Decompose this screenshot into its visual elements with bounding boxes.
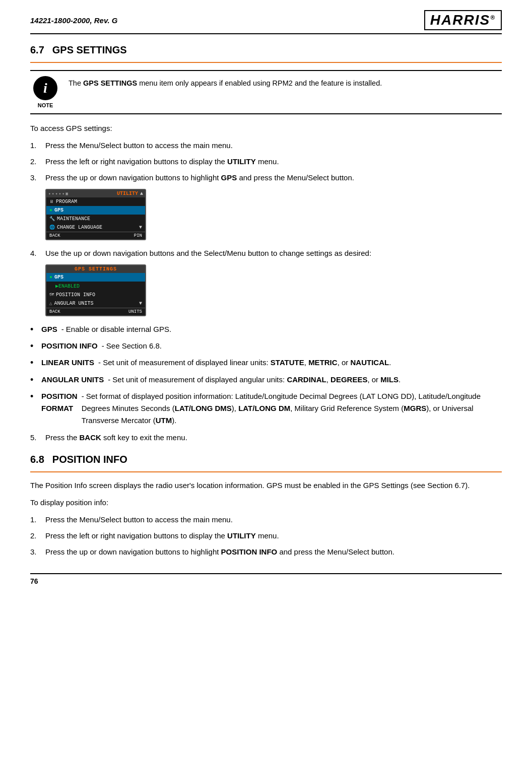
step-3-text: Press the up or down navigation buttons …	[45, 172, 354, 184]
screen2-units-label: UNITS	[128, 309, 142, 314]
step-2: 2. Press the left or right navigation bu…	[30, 156, 502, 168]
screen2-top-bar: GPS SETTINGS	[46, 265, 145, 273]
section-67-intro: To access GPS settings:	[30, 122, 502, 134]
screen-pin-label: PIN	[134, 233, 142, 238]
bullet-linear-units-label: LINEAR UNITS	[41, 357, 94, 369]
screen2-angular-units-row: △ ANGULAR UNITS ▼	[46, 299, 145, 308]
section-67-step4: 4. Use the up or down navigation buttons…	[30, 247, 502, 259]
bullet-angular-units: ANGULAR UNITS - Set unit of measurement …	[30, 374, 502, 386]
page-header: 14221-1800-2000, Rev. G HARRIS®	[30, 10, 502, 34]
step-3: 3. Press the up or down navigation butto…	[30, 172, 502, 184]
page-footer: 76	[30, 573, 502, 585]
bullet-position-info-text: - See Section 6.8.	[102, 340, 162, 352]
screen2-back-label: BACK	[49, 309, 60, 314]
bullet-position-info-label: POSITION INFO	[41, 340, 98, 352]
note-text-bold: GPS SETTINGS	[83, 79, 137, 87]
section-68-number: 6.8	[30, 454, 44, 465]
section-68-heading: 6.8 POSITION INFO	[30, 454, 502, 465]
screen-gps-row-selected: ● GPS	[46, 206, 145, 215]
section-68-intro1: The Position Info screen displays the ra…	[30, 479, 502, 492]
section68-step-3-text: Press the up or down navigation buttons …	[45, 546, 394, 558]
settings-bullet-list: GPS - Enable or disable internal GPS. PO…	[30, 323, 502, 427]
info-icon: i	[33, 76, 57, 100]
bullet-position-format: POSITION FORMAT - Set format of displaye…	[30, 390, 502, 427]
note-text-prefix: The	[69, 79, 83, 87]
section-68-title: POSITION INFO	[52, 454, 127, 465]
step-4: 4. Use the up or down navigation buttons…	[30, 247, 502, 259]
note-text-suffix: menu item only appears if enabled using …	[137, 79, 382, 87]
step-5: 5. Press the BACK soft key to exit the m…	[30, 432, 502, 444]
section-divider	[30, 62, 502, 63]
bullet-angular-units-label: ANGULAR UNITS	[41, 374, 104, 386]
bullet-gps-label: GPS	[41, 323, 57, 335]
section-67-number: 6.7	[30, 44, 44, 56]
screen-back-label: BACK	[49, 233, 60, 238]
bullet-gps-text: - Enable or disable internal GPS.	[61, 323, 171, 335]
screen-bottom-bar-1: BACK PIN	[46, 232, 145, 239]
step-1: 1. Press the Menu/Select button to acces…	[30, 140, 502, 152]
screen2-enabled-row: ▶ENABLED	[46, 282, 145, 291]
screen2-gps-row: ● GPS	[46, 273, 145, 282]
screen2-position-info-row: 🗺 POSITION INFO	[46, 291, 145, 299]
note-box: i NOTE The GPS SETTINGS menu item only a…	[30, 70, 502, 114]
note-label: NOTE	[38, 102, 53, 108]
document-title: 14221-1800-2000, Rev. G	[30, 16, 117, 25]
note-text: The GPS SETTINGS menu item only appears …	[69, 76, 382, 89]
bullet-gps: GPS - Enable or disable internal GPS.	[30, 323, 502, 336]
bullet-position-format-label: POSITION FORMAT	[41, 390, 78, 414]
page-number: 76	[30, 577, 38, 585]
section-68-divider	[30, 471, 502, 472]
note-icon-container: i NOTE	[30, 76, 60, 108]
step-1-text: Press the Menu/Select button to access t…	[45, 140, 233, 152]
section-68-steps: 1. Press the Menu/Select button to acces…	[30, 514, 502, 558]
harris-logo: HARRIS®	[424, 10, 502, 30]
section-67-step5-list: 5. Press the BACK soft key to exit the m…	[30, 432, 502, 444]
step-2-text: Press the left or right navigation butto…	[45, 156, 279, 168]
section68-step-2: 2. Press the left or right navigation bu…	[30, 530, 502, 542]
section68-step-3: 3. Press the up or down navigation butto…	[30, 546, 502, 558]
section-67-title: GPS SETTINGS	[52, 44, 127, 56]
screen-program-row: 🖥 PROGRAM	[46, 197, 145, 206]
bullet-angular-units-text: - Set unit of measurement of displayed a…	[108, 374, 401, 386]
bullet-position-format-text: - Set format of displayed position infor…	[82, 390, 502, 427]
gps-settings-screen-mockup: GPS SETTINGS ● GPS ▶ENABLED 🗺 POSITION I…	[45, 264, 146, 316]
step-5-text: Press the BACK soft key to exit the menu…	[45, 432, 187, 444]
section-68-intro2: To display position info:	[30, 497, 502, 509]
section68-step-1-text: Press the Menu/Select button to access t…	[45, 514, 233, 526]
section68-step-2-text: Press the left or right navigation butto…	[45, 530, 279, 542]
bullet-linear-units: LINEAR UNITS - Set unit of measurement o…	[30, 357, 502, 369]
step-4-text: Use the up or down navigation buttons an…	[45, 247, 371, 259]
screen-change-language-row: 🌐 CHANGE LANGUAGE ▼	[46, 223, 145, 232]
utility-screen-mockup: ✦✦✦✦✦▣ UTILITY ▲ 🖥 PROGRAM ● GPS 🔧 MAINT…	[45, 189, 146, 240]
screen-icons: ✦✦✦✦✦▣	[48, 191, 68, 196]
section-67-steps: 1. Press the Menu/Select button to acces…	[30, 140, 502, 184]
section68-step-1: 1. Press the Menu/Select button to acces…	[30, 514, 502, 526]
section-67-heading: 6.7 GPS SETTINGS	[30, 44, 502, 56]
screen-maintenance-row: 🔧 MAINTENANCE	[46, 215, 145, 223]
screen2-bottom-bar: BACK UNITS	[46, 308, 145, 315]
bullet-position-info: POSITION INFO - See Section 6.8.	[30, 340, 502, 353]
bullet-linear-units-text: - Set unit of measurement of displayed l…	[98, 357, 391, 369]
screen-top-bar: ✦✦✦✦✦▣ UTILITY ▲	[46, 190, 145, 197]
